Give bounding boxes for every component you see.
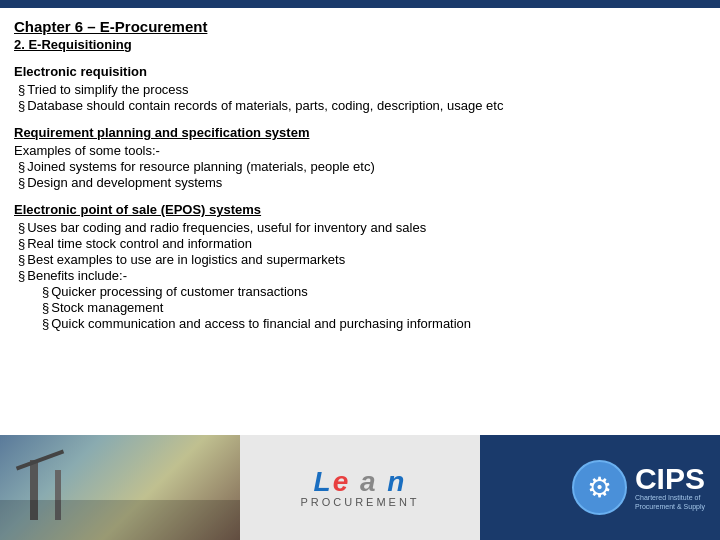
lean-logo: Le a n Procurement <box>300 468 419 508</box>
bottom-images: Le a n Procurement CIPS Chartered Instit… <box>0 435 720 540</box>
sub-bullet-3-2: Stock management <box>42 300 706 315</box>
bullet-2-2: Design and development systems <box>18 175 706 190</box>
subsection2-title: Requirement planning and specification s… <box>14 125 706 140</box>
lean-logo-subtext: Procurement <box>300 496 419 508</box>
rig-element-2 <box>55 470 61 520</box>
bullet-3-4: Benefits include:- <box>18 268 706 283</box>
lean-logo-container: Le a n Procurement <box>240 435 480 540</box>
cips-logo-container: CIPS Chartered Institute ofProcurement &… <box>480 435 720 540</box>
rig-element-3 <box>16 450 64 471</box>
chapter-title: Chapter 6 – E-Procurement <box>14 18 706 35</box>
subsection1-title: Electronic requisition <box>14 64 706 79</box>
rig-element-1 <box>30 460 38 520</box>
epos-block: Electronic point of sale (EPOS) systems … <box>14 202 706 331</box>
electronic-requisition-block: Electronic requisition Tried to simplify… <box>14 64 706 113</box>
requirement-planning-block: Requirement planning and specification s… <box>14 125 706 190</box>
cips-letters: CIPS <box>635 464 705 494</box>
sub-bullet-3-1: Quicker processing of customer transacti… <box>42 284 706 299</box>
lean-logo-text: Le a n <box>314 468 407 496</box>
bullet-3-1: Uses bar coding and radio frequencies, u… <box>18 220 706 235</box>
cips-icon <box>572 460 627 515</box>
bullet-3-2: Real time stock control and information <box>18 236 706 251</box>
main-content: Chapter 6 – E-Procurement 2. E-Requisiti… <box>0 8 720 331</box>
top-bar <box>0 0 720 8</box>
subsection2-intro: Examples of some tools:- <box>14 143 706 158</box>
section-title: 2. E-Requisitioning <box>14 37 706 52</box>
industrial-image <box>0 435 240 540</box>
bullet-1-2: Database should contain records of mater… <box>18 98 706 113</box>
sub-bullet-3-3: Quick communication and access to financ… <box>42 316 706 331</box>
subsection3-title: Electronic point of sale (EPOS) systems <box>14 202 706 217</box>
bullet-1-1: Tried to simplify the process <box>18 82 706 97</box>
cips-subtitle: Chartered Institute ofProcurement & Supp… <box>635 494 705 511</box>
cips-text: CIPS Chartered Institute ofProcurement &… <box>635 464 705 511</box>
bullet-3-3: Best examples to use are in logistics an… <box>18 252 706 267</box>
bullet-2-1: Joined systems for resource planning (ma… <box>18 159 706 174</box>
chapter-heading-block: Chapter 6 – E-Procurement 2. E-Requisiti… <box>14 18 706 52</box>
cips-logo: CIPS Chartered Institute ofProcurement &… <box>572 460 705 515</box>
